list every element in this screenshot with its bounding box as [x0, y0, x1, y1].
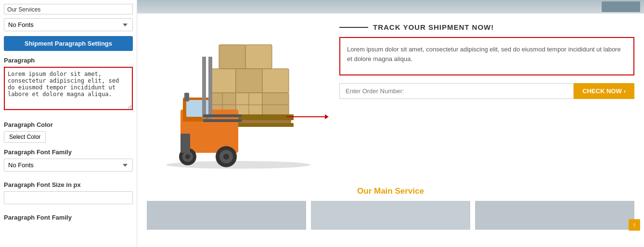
svg-rect-21 — [203, 119, 242, 122]
right-panel: TRACK YOUR SHIPMENT NOW! Lorem ipsum dol… — [137, 0, 644, 247]
our-text: Our — [357, 186, 372, 196]
svg-rect-4 — [209, 69, 236, 93]
order-number-input[interactable] — [339, 83, 574, 99]
right-content-area: TRACK YOUR SHIPMENT NOW! Lorem ipsum dol… — [330, 18, 634, 172]
paragraph-textarea[interactable]: Lorem ipsum dolor sit amet, consectetur … — [4, 67, 133, 110]
bottom-card-2 — [311, 201, 470, 230]
back-to-top-icon: ↑ — [633, 221, 636, 229]
track-line — [339, 27, 368, 28]
check-now-label: CHECK NOW — [582, 87, 622, 95]
main-service-title: Our Main Service — [147, 186, 634, 196]
svg-rect-29 — [184, 93, 189, 101]
bottom-card-3 — [475, 201, 634, 230]
order-row: CHECK NOW › — [339, 83, 634, 99]
svg-rect-18 — [202, 57, 206, 119]
bottom-card-1 — [147, 201, 306, 230]
paragraph-label: Paragraph — [4, 57, 133, 64]
arrow-connector — [286, 114, 329, 119]
lorem-text: Lorem ipsum dolor sit amet, consectetur … — [347, 46, 621, 62]
svg-rect-8 — [245, 45, 272, 69]
svg-rect-28 — [180, 134, 190, 153]
our-services-list[interactable]: Our Services — [4, 4, 133, 14]
forklift-illustration — [152, 18, 325, 172]
arrow-head — [325, 114, 329, 119]
bottom-section: Our Main Service — [137, 177, 644, 235]
svg-rect-7 — [219, 45, 245, 69]
bottom-cards — [147, 201, 634, 230]
left-panel: Our Services No Fonts Shipment Paragraph… — [0, 0, 137, 247]
main-service-highlight: Main Service — [374, 186, 424, 196]
track-title: TRACK YOUR SHIPMENT NOW! — [373, 23, 494, 31]
shipment-paragraph-settings-button[interactable]: Shipment Paragraph Settings — [4, 36, 133, 51]
forklift-area — [147, 18, 330, 172]
our-services-label: Our Services — [7, 6, 40, 13]
svg-point-27 — [185, 154, 190, 159]
paragraph-font-family-label: Paragraph Font Family — [4, 148, 133, 156]
svg-rect-5 — [236, 69, 262, 93]
svg-rect-20 — [203, 114, 242, 117]
paragraph-font-size-label: Paragraph Font Size in px — [4, 181, 133, 188]
header-strip — [137, 0, 644, 13]
arrow-line — [286, 116, 325, 117]
font-select-1[interactable]: No Fonts — [4, 18, 133, 31]
paragraph-color-label: Paragraph Color — [4, 121, 133, 128]
check-now-arrow-icon: › — [624, 87, 626, 95]
select-color-button[interactable]: Select Color — [4, 131, 46, 143]
svg-point-24 — [223, 154, 229, 160]
paragraph-font-family-2-label: Paragraph Font Family — [4, 214, 133, 221]
lorem-box: Lorem ipsum dolor sit amet, consectetur … — [339, 37, 634, 75]
check-now-button[interactable]: CHECK NOW › — [574, 83, 634, 99]
back-to-top-button[interactable]: ↑ — [629, 219, 640, 231]
font-select-2[interactable]: No Fonts — [4, 159, 133, 172]
svg-rect-19 — [208, 57, 212, 119]
paragraph-font-size-input[interactable] — [4, 191, 133, 204]
track-heading: TRACK YOUR SHIPMENT NOW! — [339, 23, 634, 31]
svg-rect-6 — [262, 69, 289, 93]
main-content: TRACK YOUR SHIPMENT NOW! Lorem ipsum dol… — [137, 13, 644, 177]
